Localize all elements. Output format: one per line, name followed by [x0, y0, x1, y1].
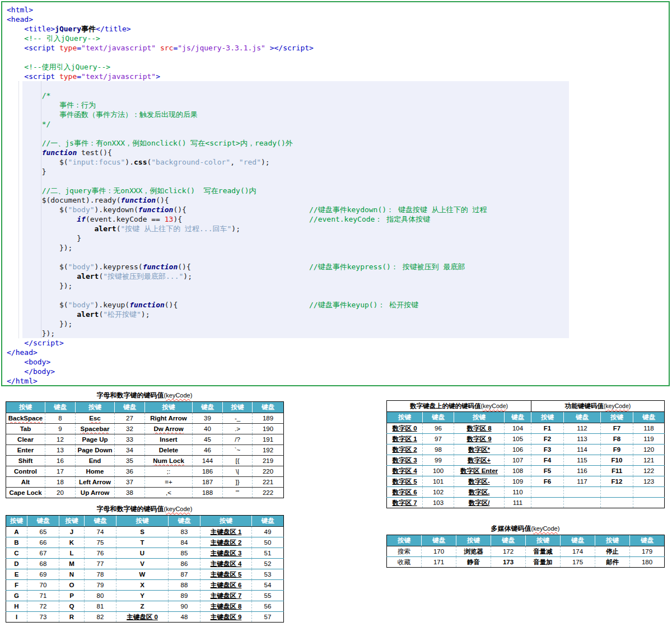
code-line: }); — [2, 243, 669, 252]
keycode-table: 按键键盘按键键盘按键键盘按键键盘A65J74S83主键盘区 149B66K75T… — [6, 515, 284, 623]
table-cell: 117 — [564, 476, 601, 487]
table-cell: W — [116, 569, 169, 580]
table-row: 搜索170浏览器172音量减174停止179 — [387, 546, 665, 557]
table-row: C67L76U85主键盘区 351 — [6, 548, 284, 559]
table-cell: F11 — [601, 466, 633, 476]
table-cell: 87 — [169, 569, 200, 580]
code-token: <html> — [7, 6, 33, 14]
table-row: 数字区 197数字区 9105F2113F8119 — [387, 434, 665, 444]
table-cell: 85 — [169, 548, 200, 559]
code-token: } — [77, 234, 81, 242]
code-token: ).keyup( — [95, 301, 130, 309]
table-cell — [601, 498, 633, 508]
table-cell: 73 — [27, 612, 59, 623]
code-line: <script type="text/javascript" src="js/j… — [2, 43, 669, 53]
code-token: </head> — [7, 348, 38, 357]
table-cell: 46 — [193, 445, 223, 456]
code-token: "background-color" — [151, 158, 230, 166]
table-cell: Delete — [145, 445, 193, 456]
table-cell: 104 — [505, 423, 531, 434]
table-cell — [564, 487, 601, 498]
table-row: H72Q81Z90主键盘区 856 — [6, 601, 284, 612]
code-line: }); — [2, 319, 669, 329]
table-cell: R — [59, 612, 85, 623]
code-token: //event.keyCode： 指定具体按键 — [309, 215, 430, 223]
table-cell: 20 — [45, 488, 76, 498]
table-cell: Shift — [6, 456, 45, 466]
column-header: 按键 — [116, 516, 169, 527]
code-token: }); — [42, 329, 55, 338]
code-token: <script — [24, 44, 59, 52]
table-cell: 搜索 — [387, 546, 422, 557]
table-cell: 浏览器 — [456, 546, 491, 557]
table-cell: I — [6, 612, 27, 623]
code-token: "red" — [239, 158, 261, 166]
table-cell: 51 — [252, 548, 284, 559]
table-cell: 119 — [633, 434, 665, 444]
code-line — [2, 291, 669, 300]
code-token: alert — [95, 224, 116, 233]
code-token: </title> — [96, 25, 131, 33]
code-token: "body" — [68, 205, 95, 214]
code-line: $("input:focus").css("background-color",… — [2, 157, 669, 167]
table-cell: U — [116, 548, 169, 559]
table-cell: 37 — [115, 477, 145, 488]
code-side-comment: //event.keyCode： 指定具体按键 — [309, 214, 430, 224]
keycode-table-t2: 字母和数字键的键码值(keyCode)按键键盘按键键盘按键键盘按键键盘A65J7… — [6, 504, 283, 623]
table-row: G71P80Y89主键盘区 755 — [6, 591, 284, 601]
column-header: 键盘 — [630, 535, 665, 546]
table-cell: 83 — [169, 527, 200, 537]
table-cell: 74 — [85, 527, 116, 537]
column-header: 按键 — [76, 402, 115, 413]
table-cell: 76 — [85, 548, 116, 559]
column-header: 键盘 — [423, 412, 454, 423]
table-row: B66K75T84主键盘区 250 — [6, 537, 284, 548]
table-cell: \| — [223, 466, 253, 477]
table-cell: 36 — [115, 466, 145, 477]
table-cell: 110 — [505, 487, 531, 498]
table-cell: End — [76, 456, 115, 466]
keycode-table: 按键键盘按键键盘按键键盘按键键盘搜索170浏览器172音量减174停止179收藏… — [386, 535, 665, 568]
column-header: 按键 — [145, 402, 193, 413]
code-line — [2, 252, 669, 262]
table-cell — [633, 498, 665, 508]
table-cell: 191 — [253, 434, 284, 445]
table-cell: 108 — [505, 466, 531, 476]
table-cell: O — [59, 580, 85, 591]
code-token: function — [143, 263, 178, 271]
table-cell: 67 — [27, 548, 59, 559]
table-row: A65J74S83主键盘区 149 — [6, 527, 284, 537]
table-cell: 81 — [85, 601, 116, 612]
table-cell: 121 — [633, 455, 665, 466]
table-cell: .> — [223, 424, 253, 434]
table-cell: 27 — [115, 413, 145, 424]
keycode-table: 按键键盘按键键盘按键键盘按键键盘BackSpace8Esc27Right Arr… — [6, 401, 284, 498]
table-cell: Alt — [6, 477, 45, 488]
table-cell: 数字区 4 — [387, 466, 423, 476]
code-line: $(document).ready(function(){ — [2, 195, 669, 205]
table-cell: 38 — [115, 488, 145, 498]
table-cell: F8 — [601, 434, 633, 444]
column-header: 键盘 — [564, 412, 601, 423]
code-line: //二、jquery事件：无onXXX，例如click() 写在ready()内 — [2, 186, 669, 195]
table-cell: 数字区 6 — [387, 487, 423, 498]
code-token: alert — [77, 272, 99, 280]
table-cell: 106 — [505, 444, 531, 455]
table-cell: -_ — [223, 413, 253, 424]
code-token — [265, 44, 270, 52]
table-cell: Enter — [6, 445, 45, 456]
table-cell: 数字区 3 — [387, 455, 423, 466]
code-token: }); — [59, 244, 72, 252]
code-token: $( — [59, 205, 68, 214]
column-header: 键盘 — [505, 412, 531, 423]
table-cell: 101 — [423, 476, 454, 487]
code-token: <!-- 引入jQuery--> — [24, 34, 100, 43]
table-cell: 80 — [85, 591, 116, 601]
table-cell: 69 — [27, 569, 59, 580]
table-row: Alt18Left Arrow37=+187]}221 — [6, 477, 284, 488]
code-line: if(event.keyCode == 13){//event.keyCode：… — [2, 214, 669, 224]
table-title: 字母和数字键的键码值(keyCode) — [6, 391, 283, 400]
table-row: 数字区 6102数字区.110 — [387, 487, 665, 498]
table-cell: A — [6, 527, 27, 537]
code-token: $( — [59, 263, 68, 271]
